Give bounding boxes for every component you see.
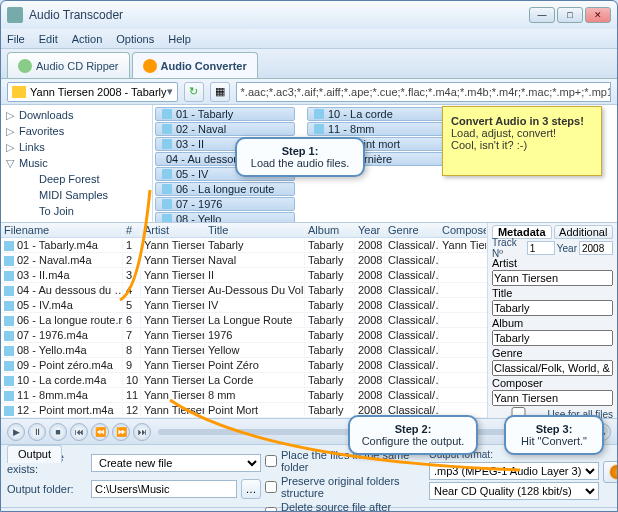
tree-node[interactable]: MIDI Samples (1, 187, 152, 203)
delete-after-checkbox[interactable] (265, 507, 277, 512)
folder-icon (12, 86, 26, 98)
tab-audio-converter[interactable]: Audio Converter (132, 52, 258, 78)
menubar: File Edit Action Options Help (1, 29, 617, 49)
window-title: Audio Transcoder (29, 8, 529, 22)
exists-select[interactable]: Create new file (91, 454, 261, 472)
tab-additional[interactable]: Additional (554, 225, 614, 239)
tree-node[interactable]: ▽Music (1, 155, 152, 171)
gear-icon (610, 465, 618, 479)
tree-node[interactable]: To Join (1, 203, 152, 219)
file-item[interactable]: 08 - Yello (155, 212, 295, 222)
file-item[interactable]: 06 - La longue route (155, 182, 295, 196)
prev-button[interactable]: ⏮ (70, 423, 88, 441)
table-row[interactable]: 02 - Naval.m4a2Yann TiersenNavalTabarly2… (1, 253, 487, 268)
artist-field[interactable] (492, 270, 613, 286)
tree-node[interactable]: Deep Forest (1, 171, 152, 187)
browse-folder-button[interactable]: … (241, 479, 261, 499)
table-row[interactable]: 03 - II.m4a3Yann TiersenIITabarly2008Cla… (1, 268, 487, 283)
file-item[interactable]: 07 - 1976 (155, 197, 295, 211)
cd-icon (18, 59, 32, 73)
main-tabs: Audio CD Ripper Audio Converter (1, 49, 617, 79)
next-button[interactable]: ⏭ (133, 423, 151, 441)
tab-output[interactable]: Output (7, 445, 62, 463)
callout-step2: Step 2:Configure the output. (348, 415, 478, 455)
maximize-button[interactable]: □ (557, 7, 583, 23)
preserve-checkbox[interactable] (265, 481, 277, 493)
pause-button[interactable]: ⏸ (28, 423, 46, 441)
rewind-button[interactable]: ⏪ (91, 423, 109, 441)
chevron-down-icon: ▾ (167, 85, 173, 98)
folder-combo[interactable]: Yann Tiersen 2008 - Tabarly ▾ (7, 82, 178, 102)
table-row[interactable]: 10 - La corde.m4a10Yann TiersenLa CordeT… (1, 373, 487, 388)
convert-icon (143, 59, 157, 73)
composer-field[interactable] (492, 390, 613, 406)
menu-edit[interactable]: Edit (39, 33, 58, 45)
file-item[interactable]: 02 - Naval (155, 122, 295, 136)
forward-button[interactable]: ⏩ (112, 423, 130, 441)
grid-header[interactable]: Filename # Artist Title Album Year Genre… (1, 223, 487, 238)
table-row[interactable]: 11 - 8mm.m4a11Yann Tiersen8 mmTabarly200… (1, 388, 487, 403)
callout-step3: Step 3:Hit "Convert." (504, 415, 604, 455)
menu-file[interactable]: File (7, 33, 25, 45)
callout-step1: Step 1:Load the audio files. (235, 137, 365, 177)
tab-cd-ripper[interactable]: Audio CD Ripper (7, 52, 130, 78)
file-item[interactable]: 10 - La corde (307, 107, 447, 121)
year-field[interactable] (579, 241, 613, 255)
output-quality-select[interactable]: Near CD Quality (128 kbit/s) (429, 482, 599, 500)
tree-node[interactable]: ▷Downloads (1, 107, 152, 123)
output-folder-field[interactable] (91, 480, 237, 498)
place-same-checkbox[interactable] (265, 455, 277, 467)
play-button[interactable]: ▶ (7, 423, 25, 441)
album-field[interactable] (492, 330, 613, 346)
app-icon (7, 7, 23, 23)
table-row[interactable]: 01 - Tabarly.m4a1Yann TiersenTabarlyTaba… (1, 238, 487, 253)
table-row[interactable]: 08 - Yello.m4a8Yann TiersenYellowTabarly… (1, 343, 487, 358)
table-row[interactable]: 06 - La longue route.m4a6Yann TiersenLa … (1, 313, 487, 328)
extension-filter[interactable]: *.aac;*.ac3;*.aif;*.aiff;*.ape;*.cue;*.f… (236, 82, 611, 102)
file-item[interactable]: 01 - Tabarly (155, 107, 295, 121)
refresh-button[interactable]: ↻ (184, 82, 204, 102)
toolbar: Yann Tiersen 2008 - Tabarly ▾ ↻ ▦ *.aac;… (1, 79, 617, 105)
close-button[interactable]: ✕ (585, 7, 611, 23)
view-list-button[interactable]: ▦ (210, 82, 230, 102)
stop-button[interactable]: ■ (49, 423, 67, 441)
tree-node[interactable]: ▷Favorites (1, 123, 152, 139)
track-grid[interactable]: Filename # Artist Title Album Year Genre… (1, 223, 487, 418)
menu-options[interactable]: Options (116, 33, 154, 45)
menu-help[interactable]: Help (168, 33, 191, 45)
track-section: Filename # Artist Title Album Year Genre… (1, 223, 617, 419)
tree-node[interactable]: Yann Tiersen 2008 - Tabarly (1, 219, 152, 222)
minimize-button[interactable]: — (529, 7, 555, 23)
tree-node[interactable]: ▷Links (1, 139, 152, 155)
folder-tree[interactable]: ▷Downloads▷Favorites▷Links▽MusicDeep For… (1, 105, 153, 222)
titlebar[interactable]: Audio Transcoder — □ ✕ (1, 1, 617, 29)
table-row[interactable]: 07 - 1976.m4a7Yann Tiersen1976Tabarly200… (1, 328, 487, 343)
settings-button[interactable]: Settings (603, 461, 618, 483)
output-format-select[interactable]: .mp3 (MPEG-1 Audio Layer 3) (429, 462, 599, 480)
title-field[interactable] (492, 300, 613, 316)
metadata-pane: Metadata Additional Track NºYear Artist … (487, 223, 617, 418)
table-row[interactable]: 05 - IV.m4a5Yann TiersenIVTabarly2008Cla… (1, 298, 487, 313)
table-row[interactable]: 04 - Au dessous du …m4a4Yann TiersenAu-D… (1, 283, 487, 298)
table-row[interactable]: 09 - Point zéro.m4a9Yann TiersenPoint Zé… (1, 358, 487, 373)
sticky-note: Convert Audio in 3 steps! Load, adjust, … (442, 106, 602, 176)
menu-action[interactable]: Action (72, 33, 103, 45)
trackno-field[interactable] (527, 241, 555, 255)
file-item[interactable]: 11 - 8mm (307, 122, 447, 136)
genre-field[interactable] (492, 360, 613, 376)
